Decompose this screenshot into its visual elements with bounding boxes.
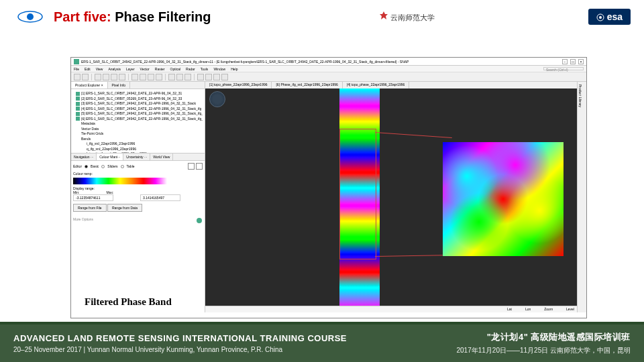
radio-basic[interactable] — [85, 165, 88, 168]
world-map-icon[interactable] — [209, 91, 225, 107]
menu-layer[interactable]: Layer — [126, 67, 135, 70]
ellipse-icon[interactable] — [148, 74, 154, 80]
svg-point-1 — [27, 13, 34, 20]
help-icon[interactable] — [196, 217, 203, 224]
project-icon[interactable] — [221, 74, 228, 80]
image-viewer[interactable]: [1] topo_phase_22apr1996_23apr1996 [6] P… — [205, 82, 577, 312]
tree-bands: Bands — [73, 137, 203, 142]
maximize-button[interactable]: □ — [570, 59, 576, 64]
folder2-icon[interactable] — [213, 74, 220, 80]
product-icon — [76, 112, 80, 116]
window-title: ERS-1_SAR_SLC_ORBIT_24942_DATE_22-APR-19… — [81, 60, 562, 64]
pin-icon[interactable] — [168, 74, 175, 80]
menu-help[interactable]: Help — [231, 67, 237, 70]
gcp-icon[interactable] — [176, 74, 183, 80]
menu-radar[interactable]: Radar — [186, 67, 195, 70]
tab-world-view[interactable]: World View — [150, 154, 173, 160]
product-library-tab[interactable]: Product Library — [578, 84, 582, 107]
footer-sub-cn: 2017年11月20日——11月25日 云南师范大学，中国，昆明 — [456, 346, 631, 355]
polyline-icon[interactable] — [156, 74, 162, 80]
part-name: Phase Filtering — [115, 9, 211, 24]
menu-window[interactable]: Window — [213, 67, 225, 70]
viewer-tab[interactable]: [4] topo_phase_22apr1996_23apr1996 — [343, 82, 409, 88]
menu-vector[interactable]: Vector — [140, 67, 150, 70]
zoom-selection-box — [339, 129, 376, 259]
tree-item: [2] ERS-2_SAR_SLC_ORBIT_05269_DATE_23-AP… — [73, 97, 203, 102]
zoom-guide-line — [375, 132, 452, 138]
menu-edit[interactable]: Edit — [85, 67, 91, 70]
range-icon[interactable] — [184, 74, 191, 80]
open-icon[interactable] — [74, 74, 80, 80]
select-icon[interactable] — [119, 74, 125, 80]
menu-bar: File Edit View Analysis Layer Vector Ras… — [71, 66, 586, 72]
tree-item: [4] ERS-1_SAR_SLC_ORBIT_24942_DATE_22-AP… — [73, 107, 203, 112]
rect-icon[interactable] — [131, 74, 138, 80]
tree-band-item: i_ifg_srd_22apr1996_23apr1996 — [73, 141, 203, 147]
range-from-data-button[interactable]: Range from Data — [107, 204, 142, 212]
arrow-icon[interactable] — [95, 74, 101, 80]
snap-app-window: ERS-1_SAR_SLC_ORBIT_24942_DATE_22-APR-19… — [70, 57, 587, 318]
export-palette-icon[interactable] — [196, 163, 203, 170]
tree-item: [1] ERS-1_SAR_SLC_ORBIT_24942_DATE_22-AP… — [73, 91, 203, 97]
save-icon[interactable] — [82, 74, 89, 80]
product-icon — [76, 102, 80, 106]
editor-label: Editor — [73, 164, 82, 168]
product-icon — [76, 117, 80, 121]
tree-item: [5] ERS-1_SAR_SLC_ORBIT_24942_DATE_22-AP… — [73, 111, 203, 117]
sar-zoom-detail — [443, 142, 564, 256]
more-options-link[interactable]: More Options — [73, 217, 93, 221]
menu-raster[interactable]: Raster — [155, 67, 165, 70]
viewer-status-bar: Lat Lon Zoom Level — [205, 306, 577, 312]
menu-optical[interactable]: Optical — [170, 67, 181, 70]
menu-view[interactable]: View — [96, 67, 103, 70]
colour-ramp[interactable] — [73, 178, 167, 184]
search-input[interactable]: Search (Ctrl+I) — [543, 67, 584, 70]
filtered-phase-band-callout: Filtered Phase Band — [85, 296, 172, 308]
colour-ramp-label: Colour ramp: — [73, 172, 203, 176]
svg-point-5 — [197, 218, 202, 223]
import-palette-icon[interactable] — [188, 163, 195, 170]
university-logo: 云南师范大学 — [379, 11, 435, 23]
app-icon — [74, 59, 79, 64]
tab-pixel-info[interactable]: Pixel Info — [108, 82, 131, 88]
menu-file[interactable]: File — [74, 67, 79, 70]
tab-uncertainty[interactable]: Uncertainty ··· — [123, 154, 150, 160]
tab-product-explorer[interactable]: Product Explorer × — [71, 82, 108, 88]
tree-tiepoint: Tie-Point Grids — [73, 131, 203, 137]
radio-sliders[interactable] — [101, 165, 105, 168]
svg-marker-2 — [380, 11, 388, 19]
title-bar: ERS-1_SAR_SLC_ORBIT_24942_DATE_22-APR-19… — [71, 58, 586, 66]
polygon-icon[interactable] — [140, 74, 146, 80]
nascc-logo — [13, 7, 47, 27]
part-label: Part five: — [54, 9, 111, 24]
tab-navigation[interactable]: Navigation ··· — [71, 154, 97, 160]
viewer-tab[interactable]: [1] topo_phase_22apr1996_23apr1996 — [205, 82, 272, 88]
tree-band-item: q_ifg_srd_22apr1996_23apr1996 — [73, 147, 203, 152]
footer-title-cn: "龙计划4" 高级陆地遥感国际培训班 — [456, 331, 631, 343]
pan-icon[interactable] — [103, 74, 109, 80]
slide-footer: ADVANCED LAND REMOTE SENSING INTERNATION… — [0, 322, 644, 362]
close-button[interactable]: × — [578, 59, 584, 64]
colour-manipulation-panel: Editor Basic Sliders Table Colour ramp: … — [71, 161, 205, 312]
radio-table[interactable] — [121, 165, 124, 168]
tree-vector: Vector Data — [73, 127, 203, 132]
min-input[interactable]: -3.12354874611 — [73, 194, 113, 201]
range-from-file-button[interactable]: Range from File — [73, 204, 107, 212]
menu-analysis[interactable]: Analysis — [108, 67, 121, 70]
tab-colour-manip[interactable]: Colour Mani··· — [97, 154, 123, 160]
zoom-guide-line — [375, 255, 452, 257]
max-input[interactable]: 3.1414165497 — [140, 194, 180, 201]
folder-icon[interactable] — [205, 74, 212, 80]
viewer-tab[interactable]: [6] Phase_ifg_srd_22apr1996_23apr1996 — [272, 82, 342, 88]
zoom-icon[interactable] — [111, 74, 117, 80]
esa-logo: esa — [588, 9, 631, 25]
left-panel: Product Explorer × Pixel Info [1] ERS-1_… — [71, 82, 205, 312]
product-icon — [76, 92, 80, 96]
product-icon — [76, 107, 80, 111]
footer-title: ADVANCED LAND REMOTE SENSING INTERNATION… — [13, 333, 456, 343]
crosshair-icon[interactable] — [197, 74, 204, 80]
product-tree[interactable]: [1] ERS-1_SAR_SLC_ORBIT_24942_DATE_22-AP… — [71, 89, 205, 153]
menu-tools[interactable]: Tools — [201, 67, 209, 70]
minimize-button[interactable]: − — [562, 59, 568, 64]
product-icon — [76, 97, 80, 101]
